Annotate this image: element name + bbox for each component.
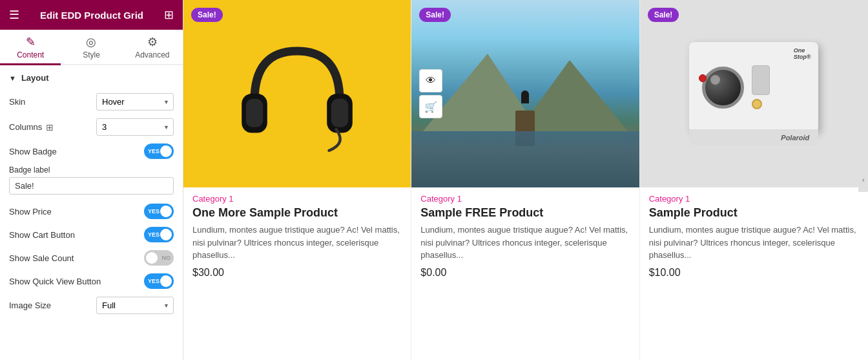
product-card-lake: Sale! 👁 🛒 Category 1 Sample FREE Product…	[411, 0, 639, 360]
show-badge-row: Show Badge YES	[0, 140, 183, 163]
headphones-bg	[183, 0, 411, 187]
skin-select-wrap: Hover Default	[96, 93, 174, 111]
products-grid: Sale! Category 1 One More Sample Product…	[183, 0, 868, 360]
advanced-tab-icon: ⚙	[147, 35, 158, 49]
image-size-label: Image Size	[9, 301, 51, 310]
product-desc-3: Lundium, montes augue tristique augue? A…	[649, 224, 859, 262]
product-name-1: One More Sample Product	[192, 206, 402, 220]
show-sale-count-toggle[interactable]: NO	[144, 250, 174, 266]
tab-content[interactable]: ✎ Content	[0, 30, 61, 65]
badge-label-row: Badge label	[0, 163, 183, 200]
camera-lens	[702, 67, 744, 109]
badge-label-text: Badge label	[9, 165, 174, 175]
camera-bottom-strip: Polaroid	[689, 129, 818, 145]
product-image-camera: OneStop® Polaroid Sale!	[640, 0, 868, 187]
product-card-headphones: Sale! Category 1 One More Sample Product…	[183, 0, 411, 360]
columns-select[interactable]: 1 2 3 4	[96, 118, 174, 136]
image-size-row: Image Size Full Large Medium Thumbnail	[0, 293, 183, 318]
product-name-3: Sample Product	[649, 206, 859, 220]
style-tab-label: Style	[83, 50, 100, 59]
product-category-1[interactable]: Category 1	[192, 194, 402, 204]
svg-rect-3	[331, 99, 348, 127]
tab-advanced[interactable]: ⚙ Advanced	[122, 30, 183, 65]
left-panel: ☰ Edit EDD Product Grid ⊞ ✎ Content ◎ St…	[0, 0, 183, 360]
show-price-row: Show Price YES	[0, 200, 183, 223]
skin-row: Skin Hover Default	[0, 89, 183, 114]
polaroid-label: Polaroid	[781, 134, 809, 142]
top-bar: ☰ Edit EDD Product Grid ⊞	[0, 0, 183, 30]
lake-bg	[411, 0, 639, 187]
camera-art: OneStop® Polaroid	[686, 42, 822, 145]
layout-chevron-icon: ▼	[9, 74, 16, 82]
camera-right-side	[752, 65, 770, 109]
quick-view-button[interactable]: 👁	[419, 69, 442, 92]
tab-style[interactable]: ◎ Style	[61, 30, 121, 65]
product-image-lake: Sale! 👁 🛒	[411, 0, 639, 187]
svg-rect-1	[246, 99, 263, 127]
show-cart-button-row: Show Cart Button YES	[0, 223, 183, 246]
hover-icons: 👁 🛒	[419, 69, 442, 118]
headphones-svg	[226, 29, 368, 158]
grid-icon[interactable]: ⊞	[164, 8, 174, 22]
layout-section-header[interactable]: ▼ Layout	[0, 65, 183, 89]
camera-bg: OneStop® Polaroid	[640, 0, 868, 187]
right-content: Sale! Category 1 One More Sample Product…	[183, 0, 868, 360]
show-quick-view-row: Show Quick View Button YES	[0, 270, 183, 293]
columns-row: Columns ⊞ 1 2 3 4	[0, 114, 183, 140]
skin-select[interactable]: Hover Default	[96, 93, 174, 111]
water	[411, 131, 639, 187]
badge-label-input[interactable]	[9, 177, 174, 195]
skin-label: Skin	[9, 97, 25, 107]
columns-label: Columns	[9, 122, 42, 132]
product-desc-2: Lundium, montes augue tristique augue? A…	[420, 224, 630, 262]
show-price-toggle[interactable]: YES	[144, 204, 174, 219]
show-cart-button-toggle[interactable]: YES	[144, 227, 174, 242]
show-quick-view-toggle[interactable]: YES	[144, 273, 174, 289]
advanced-tab-label: Advanced	[135, 50, 169, 59]
camera-brand-text: OneStop®	[794, 47, 811, 60]
show-price-label: Show Price	[9, 207, 52, 217]
tabs-bar: ✎ Content ◎ Style ⚙ Advanced	[0, 30, 183, 65]
sale-badge-2: Sale!	[419, 8, 451, 22]
person-silhouette	[521, 90, 529, 103]
sale-badge-1: Sale!	[191, 8, 223, 22]
show-cart-button-label: Show Cart Button	[9, 230, 75, 240]
camera-body: OneStop®	[689, 42, 818, 132]
lens-glare	[710, 75, 720, 85]
product-price-1: $30.00	[192, 267, 402, 279]
columns-label-wrap: Columns ⊞	[9, 122, 54, 132]
layout-section-label: Layout	[21, 73, 49, 83]
camera-detail	[752, 99, 762, 109]
content-tab-label: Content	[17, 50, 44, 59]
style-tab-icon: ◎	[86, 35, 96, 49]
sale-badge-3: Sale!	[648, 8, 679, 22]
show-sale-count-row: Show Sale Count NO	[0, 246, 183, 270]
show-badge-label: Show Badge	[9, 147, 57, 156]
hamburger-icon[interactable]: ☰	[9, 8, 19, 22]
camera-viewfinder	[752, 65, 770, 95]
image-size-select[interactable]: Full Large Medium Thumbnail	[96, 297, 174, 314]
product-name-2: Sample FREE Product	[420, 206, 630, 220]
product-price-2: $0.00	[420, 267, 630, 279]
show-sale-count-label: Show Sale Count	[9, 253, 74, 263]
cart-button[interactable]: 🛒	[419, 95, 442, 118]
product-info-lake: Category 1 Sample FREE Product Lundium, …	[411, 187, 639, 285]
product-image-headphones: Sale!	[183, 0, 411, 187]
product-info-headphones: Category 1 One More Sample Product Lundi…	[183, 187, 411, 285]
product-desc-1: Lundium, montes augue tristique augue? A…	[192, 224, 402, 262]
content-tab-icon: ✎	[26, 35, 36, 49]
columns-select-wrap: 1 2 3 4	[96, 118, 174, 136]
columns-layout-icon: ⊞	[46, 122, 54, 132]
product-card-camera: OneStop® Polaroid Sale! Category 1 Sampl…	[640, 0, 868, 360]
product-category-2[interactable]: Category 1	[420, 194, 630, 204]
panel-title: Edit EDD Product Grid	[40, 10, 143, 21]
product-price-3: $10.00	[649, 267, 859, 279]
show-quick-view-label: Show Quick View Button	[9, 277, 101, 286]
show-badge-toggle[interactable]: YES	[144, 143, 174, 159]
image-size-select-wrap: Full Large Medium Thumbnail	[96, 297, 174, 314]
product-info-camera: Category 1 Sample Product Lundium, monte…	[640, 187, 868, 285]
panel-content: ▼ Layout Skin Hover Default Columns ⊞ 1	[0, 65, 183, 360]
product-category-3[interactable]: Category 1	[649, 194, 859, 204]
